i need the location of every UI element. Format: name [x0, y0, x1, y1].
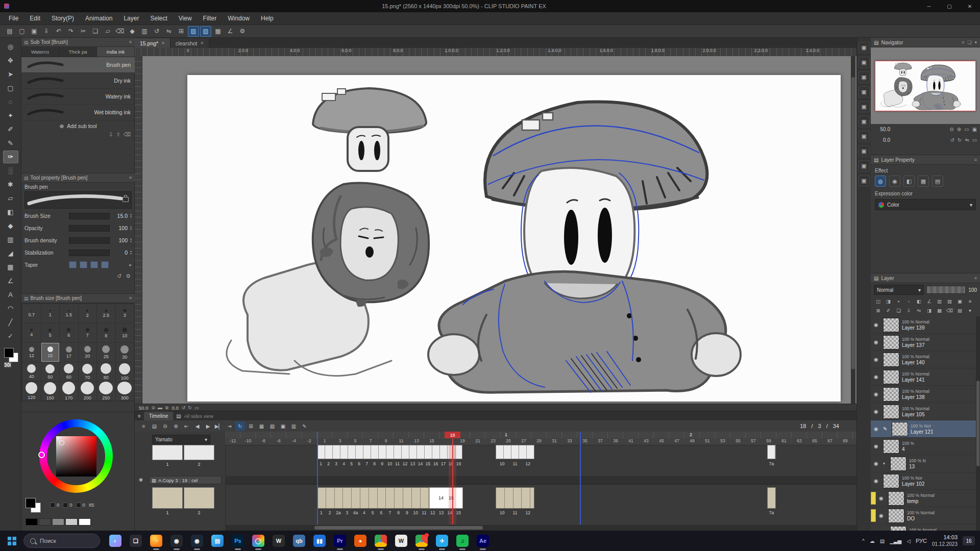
- material-panel-icon[interactable]: ▣: [859, 175, 870, 186]
- brush-size-cell[interactable]: 50: [41, 362, 60, 381]
- lasso-tool-icon[interactable]: ◌: [3, 95, 18, 108]
- pen-tool-icon[interactable]: ✐: [3, 123, 18, 136]
- sub-tool-item[interactable]: Watery ink: [21, 89, 135, 105]
- nav-flip-horizontal-icon[interactable]: ⇋: [965, 137, 969, 143]
- display-capture-icon[interactable]: ▤: [880, 538, 885, 544]
- layer-visibility-eye-icon[interactable]: ◉: [874, 443, 880, 449]
- zoom-value[interactable]: 50.0: [139, 405, 149, 411]
- new-folder-icon[interactable]: ❏: [894, 306, 903, 314]
- timeline-menu-icon[interactable]: ≡: [139, 421, 149, 431]
- decoration-tool-icon[interactable]: ✱: [3, 178, 18, 191]
- sub-tool-panel-header[interactable]: ▤ Sub Tool [Brush] ✕: [21, 38, 135, 47]
- sub-tool-item[interactable]: Brush pen: [21, 57, 135, 73]
- nav-zoom-out-icon[interactable]: ⊖: [949, 127, 953, 132]
- timeline-zoom-in-icon[interactable]: ⊕: [171, 421, 181, 431]
- layer-thumbnail[interactable]: [883, 405, 899, 419]
- timeline-edit-icon[interactable]: ▤: [150, 421, 159, 431]
- slider-value[interactable]: 100: [112, 237, 128, 243]
- combine-layer-icon[interactable]: ⇋: [915, 306, 923, 314]
- current-frame[interactable]: 18: [800, 423, 806, 429]
- navigator-header[interactable]: ▤ Navigator ≡❏▾: [871, 38, 980, 47]
- status-zoom-bar-icon[interactable]: ▬: [158, 405, 162, 410]
- nav-reset-icon[interactable]: ▭: [972, 137, 977, 143]
- nav-collapse-icon[interactable]: ▾: [974, 40, 977, 45]
- snap-to-special-ruler-icon[interactable]: ▧: [200, 26, 211, 37]
- taskbar-app[interactable]: ♫: [452, 531, 473, 551]
- gray-swatch[interactable]: [26, 518, 38, 525]
- transparent-color-swatch[interactable]: [4, 362, 11, 367]
- layer-visibility-eye-icon[interactable]: ◉: [874, 339, 880, 345]
- layer-row[interactable]: ◉ ✎ ▾ 100 % 4: [871, 438, 976, 455]
- drawing-canvas[interactable]: [187, 75, 841, 402]
- brush-size-cell[interactable]: 100: [116, 362, 134, 381]
- current-frame-box[interactable]: 18: [445, 432, 460, 438]
- sv-marker[interactable]: [59, 440, 64, 445]
- layer-visibility-eye-icon[interactable]: ◉: [874, 357, 880, 362]
- folder-chevron-icon[interactable]: ▾: [883, 461, 888, 466]
- taper-segment[interactable]: [90, 261, 98, 268]
- tray-expand-icon[interactable]: ^: [862, 538, 865, 544]
- menu-item[interactable]: Animation: [80, 12, 118, 25]
- taper-segment[interactable]: [80, 261, 87, 268]
- zoom-tool-icon[interactable]: ◎: [3, 40, 18, 53]
- canvas-viewport[interactable]: [135, 56, 856, 404]
- brush-size-cell[interactable]: 40: [22, 362, 41, 381]
- panel-close-icon[interactable]: ✕: [129, 296, 132, 300]
- panel-menu-icon[interactable]: ≡: [974, 157, 977, 162]
- first-frame-icon[interactable]: ⇤: [182, 421, 191, 431]
- new-vector-layer-icon[interactable]: ✐: [884, 306, 893, 314]
- layer-thumbnail[interactable]: [883, 318, 899, 332]
- material-panel-icon[interactable]: ▣: [859, 42, 870, 53]
- layer-row[interactable]: ◉ ✎ ▾ 100 % Normal Layer 105: [871, 403, 976, 420]
- brush-size-cell[interactable]: 0.7: [22, 304, 41, 323]
- layer-opacity-slider[interactable]: [926, 286, 966, 294]
- effect-expression-icon[interactable]: ▦: [918, 176, 929, 187]
- gray-swatch[interactable]: [65, 518, 78, 525]
- effect-tone-icon[interactable]: ◉: [889, 176, 900, 187]
- two-pane-icon[interactable]: ▤: [955, 306, 964, 314]
- timeline-marker-row[interactable]: [225, 432, 856, 438]
- taper-expand-icon[interactable]: ▸: [129, 262, 132, 267]
- taskbar-app[interactable]: ▮▮: [309, 531, 330, 551]
- taskbar-app[interactable]: qb: [289, 531, 309, 551]
- brush-size-cell[interactable]: 20: [79, 343, 97, 362]
- brush-size-cell[interactable]: 1.5: [60, 304, 78, 323]
- delete-subtool-icon[interactable]: ⌫: [124, 132, 131, 141]
- airbrush-tool-icon[interactable]: ░: [3, 164, 18, 177]
- layer-opacity-value[interactable]: 100: [968, 287, 977, 293]
- timeline-tab[interactable]: Timeline: [144, 412, 173, 420]
- gray-swatch[interactable]: [79, 518, 91, 525]
- nav-rotate-right-icon[interactable]: ↻: [958, 137, 962, 143]
- layer-mask-icon[interactable]: ◨: [925, 306, 934, 314]
- brush-size-cell[interactable]: 10: [116, 323, 134, 342]
- layer-visibility-eye-icon[interactable]: ◉: [874, 478, 880, 484]
- taskbar-search[interactable]: Поиск: [23, 534, 100, 548]
- palette-icon[interactable]: ▣: [955, 297, 964, 305]
- eraser-tool-icon[interactable]: ▱: [3, 192, 18, 205]
- volume-icon[interactable]: ◁: [906, 538, 911, 544]
- brush-size-cell[interactable]: 250: [97, 382, 115, 400]
- material-panel-icon[interactable]: ▣: [859, 131, 870, 142]
- pin-icon[interactable]: ◫: [874, 297, 883, 305]
- operation-tool-icon[interactable]: ➤: [3, 68, 18, 81]
- layer-visibility-eye-icon[interactable]: ◉: [879, 495, 886, 501]
- new-cel-icon[interactable]: ⊞: [246, 421, 256, 431]
- layer-visibility-eye-icon[interactable]: ◉: [874, 374, 880, 380]
- material-panel-icon[interactable]: ▣: [859, 71, 870, 83]
- rotate-view-icon[interactable]: ↺: [151, 26, 162, 37]
- brush-size-cell[interactable]: 60: [60, 362, 78, 381]
- slider-value[interactable]: 15.0: [112, 213, 128, 219]
- tool-property-header[interactable]: ▤ Tool property [Brush pen] ✕: [21, 173, 135, 183]
- brush-size-cell[interactable]: 6: [60, 323, 78, 342]
- material-panel-icon[interactable]: ▣: [859, 57, 870, 68]
- slider-track[interactable]: [69, 225, 110, 232]
- close-button[interactable]: ✕: [960, 0, 980, 12]
- slider-spinner[interactable]: ▴▾: [130, 250, 132, 255]
- pencil-tool-icon[interactable]: ✎: [3, 137, 18, 149]
- ruler-tool-icon[interactable]: ∠: [3, 274, 18, 287]
- prev-frame-icon[interactable]: ◀: [192, 421, 202, 431]
- menu-item[interactable]: File: [3, 12, 24, 25]
- effect-extract-line-icon[interactable]: ▤: [932, 176, 943, 187]
- tab-close-icon[interactable]: ✕: [201, 41, 204, 45]
- new-timeline-icon[interactable]: ▣: [278, 421, 288, 431]
